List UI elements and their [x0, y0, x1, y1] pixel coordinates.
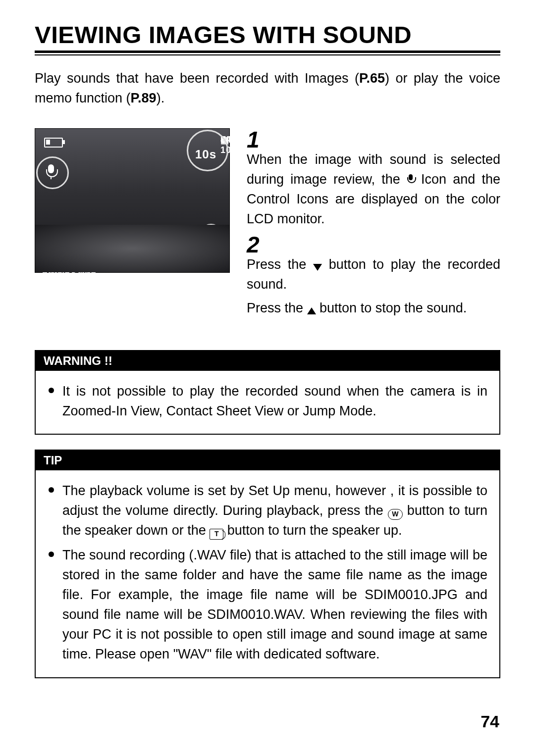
tip-heading: TIP	[36, 451, 499, 470]
t-button-icon: T	[210, 529, 223, 540]
lcd-time-text: 09:53.48 AM	[49, 267, 92, 290]
ref-p89: P.89	[131, 91, 157, 105]
warning-box: WARNING !! It is not possible to play th…	[35, 350, 500, 435]
intro-text: Play sounds that have been recorded with…	[35, 71, 359, 86]
tip-text: button to turn the speaker up.	[227, 523, 402, 538]
w-button-icon: W	[388, 509, 403, 520]
step-text: button to stop the sound.	[316, 301, 467, 315]
title-rule-thick	[35, 50, 500, 53]
step-text: Press the	[247, 257, 313, 272]
step-number-1: 1	[247, 128, 500, 151]
tip-box: TIP The playback volume is set by Set Up…	[35, 450, 500, 678]
step-2-text: Press the button to play the recorded so…	[247, 255, 500, 295]
highlight-circle	[36, 156, 69, 189]
lcd-control-icons: ◁ ◯ ▷▶	[192, 235, 218, 252]
step-2b-text: Press the button to stop the sound.	[247, 299, 500, 318]
lcd-preview: ▦ FINE 100-8437 10s ◁ ◯ ▷▶ 62/82 2007/12…	[35, 128, 230, 273]
up-arrow-icon	[307, 307, 316, 314]
step-text: Press the	[247, 301, 307, 315]
tip-item: The playback volume is set by Set Up men…	[48, 481, 487, 541]
warning-body: It is not possible to play the recorded …	[36, 371, 499, 434]
microphone-icon	[407, 174, 415, 185]
highlight-circle	[187, 130, 228, 171]
page-title: VIEWING IMAGES WITH SOUND	[35, 21, 500, 49]
warning-item: It is not possible to play the recorded …	[48, 382, 487, 421]
page-number: 74	[481, 712, 499, 731]
intro-text: ).	[157, 91, 165, 105]
down-arrow-icon	[313, 264, 322, 271]
step-number-2: 2	[247, 233, 500, 256]
highlight-circle	[196, 224, 226, 262]
warning-heading: WARNING !!	[36, 351, 499, 371]
step-section: ▦ FINE 100-8437 10s ◁ ◯ ▷▶ 62/82 2007/12…	[35, 128, 500, 322]
steps-column: 1 When the image with sound is selected …	[247, 128, 500, 322]
tip-item: The sound recording (.WAV file) that is …	[48, 546, 487, 664]
tip-body: The playback volume is set by Set Up men…	[36, 470, 499, 677]
lcd-date: 2007/12/05 09:53.48 AM	[42, 267, 49, 279]
intro-paragraph: Play sounds that have been recorded with…	[35, 69, 500, 108]
title-rule-thin	[35, 54, 500, 55]
ref-p65: P.65	[359, 71, 385, 86]
step-1-text: When the image with sound is selected du…	[247, 150, 500, 229]
battery-icon	[44, 138, 63, 148]
